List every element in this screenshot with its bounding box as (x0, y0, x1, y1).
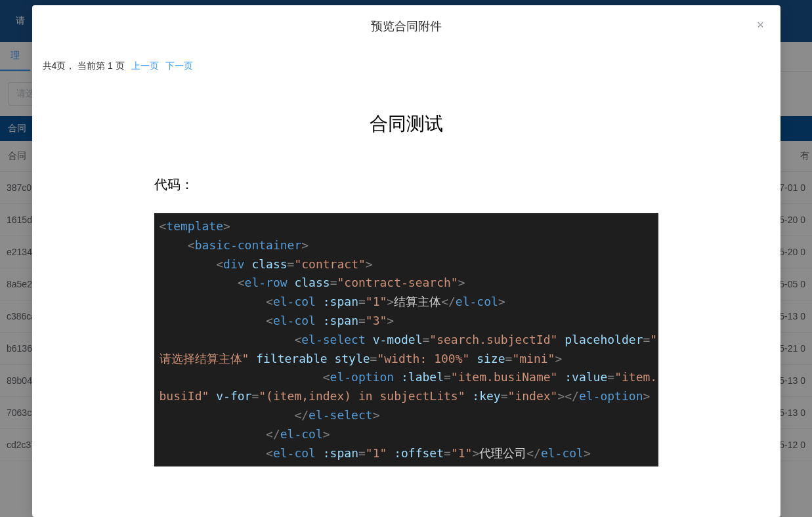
code-line: </el-col> (160, 425, 653, 444)
pagination-text: 共4页， 当前第 1 页 (43, 60, 125, 71)
modal-body: 共4页， 当前第 1 页 上一页 下一页 合同测试 代码： <template>… (32, 47, 780, 480)
code-line: <el-option :label="item.busiName" :value… (160, 368, 653, 387)
modal-overlay: 预览合同附件 × 共4页， 当前第 1 页 上一页 下一页 合同测试 代码： <… (0, 0, 812, 517)
code-snippet: <template> <basic-container> <div class=… (154, 213, 658, 466)
section-label: 代码： (154, 176, 770, 194)
code-line: <template> (160, 217, 653, 236)
code-line: <basic-container> (160, 236, 653, 255)
code-line: <div class="contract"> (160, 255, 653, 274)
code-line: <el-col :span="1" :offset="1">代理公司</el-c… (160, 444, 653, 463)
pagination-info: 共4页， 当前第 1 页 上一页 下一页 (43, 47, 770, 72)
modal-header: 预览合同附件 × (32, 5, 780, 47)
document-title: 合同测试 (43, 112, 770, 136)
next-page-link[interactable]: 下一页 (165, 60, 193, 71)
modal-title: 预览合同附件 (371, 18, 442, 34)
code-line: <el-col :span="3"> (160, 312, 653, 331)
code-line: <el-row class="contract-search"> (160, 274, 653, 293)
code-line: <el-select v-model="search.subjectId" pl… (160, 331, 653, 350)
prev-page-link[interactable]: 上一页 (131, 60, 159, 71)
preview-modal: 预览合同附件 × 共4页， 当前第 1 页 上一页 下一页 合同测试 代码： <… (32, 5, 780, 517)
close-icon[interactable]: × (754, 18, 767, 31)
code-line: </el-select> (160, 406, 653, 425)
code-line: <el-col :span="1">结算主体</el-col> (160, 293, 653, 312)
code-line: 请选择结算主体" filterable style="width: 100%" … (160, 350, 653, 369)
document-preview: 合同测试 代码： <template> <basic-container> <d… (43, 112, 770, 466)
code-line: busiId" v-for="(item,index) in subjectLi… (160, 387, 653, 406)
